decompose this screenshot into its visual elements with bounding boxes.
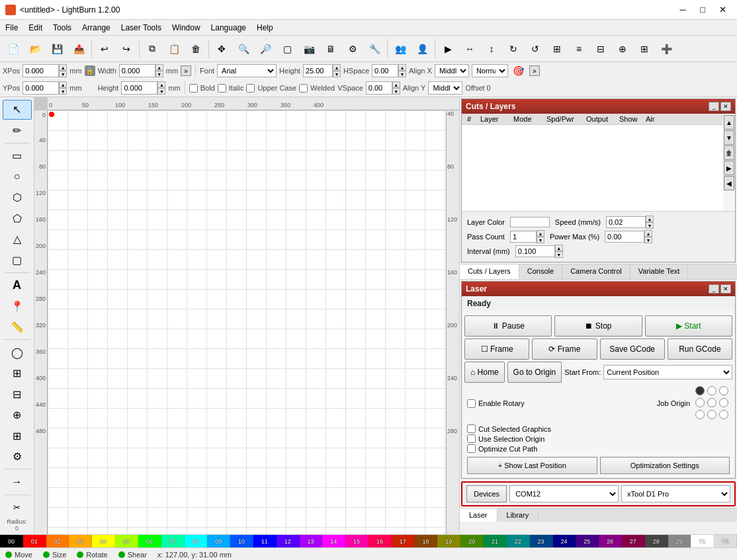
color-swatch-25[interactable]: 25 [576, 535, 599, 547]
user-icon-button[interactable]: 👥 [390, 38, 411, 60]
cuts-arrow-left[interactable]: ◀ [724, 176, 734, 190]
upper-case-checkbox[interactable] [246, 84, 255, 93]
optimization-settings-button[interactable]: Optimization Settings [600, 457, 730, 474]
device-select[interactable]: xTool D1 Pro [621, 485, 730, 502]
ypos-up[interactable]: ▲ [59, 81, 67, 88]
redo-button[interactable]: ↪ [116, 38, 137, 60]
color-swatch-02[interactable]: 02 [46, 535, 69, 547]
stop-button[interactable]: ⏹ Stop [554, 315, 642, 337]
color-swatch-06[interactable]: 06 [138, 535, 161, 547]
hspace-input[interactable] [372, 64, 398, 77]
array-tool[interactable]: ⊞ [3, 426, 32, 446]
cuts-close-button[interactable]: ✕ [720, 102, 731, 111]
hs-up[interactable]: ▲ [398, 64, 406, 71]
bottom-tab-laser[interactable]: Laser [460, 508, 498, 522]
color-swatch-20[interactable]: 20 [460, 535, 484, 547]
laser-close-button[interactable]: ✕ [720, 284, 731, 294]
color-swatch-11[interactable]: 11 [253, 535, 277, 547]
menu-file[interactable]: File [0, 20, 23, 36]
optimize-cut-checkbox[interactable] [467, 444, 476, 453]
close-button[interactable]: ✕ [713, 1, 732, 19]
menu-help[interactable]: Help [251, 20, 279, 36]
tab-camera[interactable]: Camera Control [562, 264, 630, 279]
frame2-button[interactable]: ⟳ Frame [532, 339, 597, 360]
rotate-cw-button[interactable]: ↻ [503, 38, 524, 60]
polygon-tool[interactable]: ⬠ [3, 208, 32, 228]
speed-input[interactable] [606, 216, 646, 228]
menu-arrange[interactable]: Arrange [77, 20, 116, 36]
cut-selected-checkbox[interactable] [467, 424, 476, 433]
move-tool-button[interactable]: ✥ [211, 38, 232, 60]
lock-icon[interactable]: 🔒 [85, 65, 95, 76]
ungroup-tool[interactable]: ⊟ [3, 384, 32, 404]
color-swatch-21[interactable]: 21 [484, 535, 507, 547]
width-up[interactable]: ▲ [155, 64, 163, 71]
iv-up[interactable]: ▲ [555, 245, 563, 251]
job-origin-tl[interactable] [695, 386, 705, 395]
menu-tools[interactable]: Tools [48, 20, 77, 36]
color-swatch-17[interactable]: 17 [392, 535, 415, 547]
job-origin-mr[interactable] [719, 398, 728, 407]
color-swatch-12[interactable]: 12 [277, 535, 300, 547]
color-swatch-13[interactable]: 13 [300, 535, 323, 547]
flip-v-button[interactable]: ↕ [481, 38, 502, 60]
pm-down[interactable]: ▼ [644, 237, 652, 243]
pass-up[interactable]: ▲ [537, 230, 544, 237]
color-swatch-22[interactable]: 22 [507, 535, 530, 547]
select-tool[interactable]: ↖ [3, 100, 32, 120]
home-button[interactable]: ⌂ Home [464, 362, 505, 383]
menu-language[interactable]: Language [206, 20, 251, 36]
select-rect-button[interactable]: ▢ [277, 38, 298, 60]
h2-up[interactable]: ▲ [157, 81, 165, 88]
h2-down[interactable]: ▼ [157, 88, 165, 95]
color-swatch-T1[interactable]: T1 [691, 535, 714, 547]
start-from-select[interactable]: Current Position User Origin Absolute Co… [603, 365, 732, 380]
speed-up[interactable]: ▲ [646, 216, 654, 222]
cuts-minimize-button[interactable]: _ [709, 102, 719, 111]
width-input[interactable] [119, 64, 155, 77]
normal-select[interactable]: Normal [472, 64, 508, 77]
color-swatch-27[interactable]: 27 [622, 535, 645, 547]
color-swatch-26[interactable]: 26 [599, 535, 622, 547]
paste-button[interactable]: 📋 [163, 38, 185, 60]
iv-down[interactable]: ▼ [555, 251, 563, 258]
circle-tool[interactable]: ○ [3, 167, 32, 186]
job-origin-br[interactable] [719, 410, 728, 419]
send-button[interactable]: ▶ [437, 38, 458, 60]
job-origin-bm[interactable] [707, 410, 716, 419]
boolean-union-tool[interactable]: ⊕ [3, 405, 32, 425]
xpos-down[interactable]: ▼ [59, 71, 67, 77]
job-origin-bl[interactable] [695, 410, 705, 419]
pass-count-input[interactable] [510, 231, 537, 243]
color-swatch-07[interactable]: 07 [161, 535, 185, 547]
job-origin-tm[interactable] [707, 386, 716, 395]
open-button[interactable]: 📂 [24, 38, 46, 60]
triangle-tool[interactable]: △ [3, 229, 32, 249]
color-swatch-19[interactable]: 19 [437, 535, 460, 547]
color-swatch-24[interactable]: 24 [553, 535, 576, 547]
color-swatch-23[interactable]: 23 [530, 535, 553, 547]
ellipse-tool[interactable]: ◯ [3, 342, 32, 362]
pm-up[interactable]: ▲ [644, 230, 652, 237]
minimize-button[interactable]: ─ [673, 1, 692, 19]
power-max-input[interactable] [605, 231, 644, 243]
arrow-tool[interactable]: → [3, 472, 32, 492]
xpos-up[interactable]: ▲ [59, 64, 67, 71]
rotate-ccw-button[interactable]: ↺ [525, 38, 546, 60]
pass-down[interactable]: ▼ [537, 237, 544, 243]
color-swatch-00[interactable]: 00 [0, 535, 23, 547]
pause-button[interactable]: ⏸ Pause [464, 315, 552, 337]
copy-button[interactable]: ⧉ [142, 38, 163, 60]
vs-up[interactable]: ▲ [392, 81, 400, 88]
welded-checkbox[interactable] [299, 84, 308, 93]
color-swatch-14[interactable]: 14 [322, 535, 345, 547]
rect-tool[interactable]: ▭ [3, 146, 32, 166]
export-button[interactable]: 📤 [68, 38, 89, 60]
speed-down[interactable]: ▼ [646, 222, 654, 229]
zoom-out-button[interactable]: 🔎 [255, 38, 276, 60]
camera-icon-button[interactable]: 🎯 [511, 63, 527, 78]
cuts-arrow-right[interactable]: ▶ [724, 161, 734, 175]
color-swatch-05[interactable]: 05 [115, 535, 138, 547]
align-y-select[interactable]: Middle [428, 81, 462, 95]
hs-down[interactable]: ▼ [398, 71, 406, 77]
